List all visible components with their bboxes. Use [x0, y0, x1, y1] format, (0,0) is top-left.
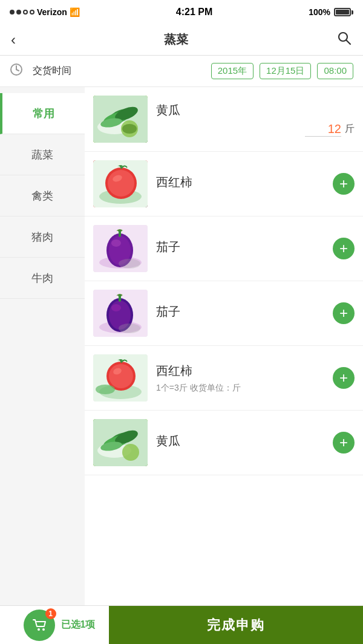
- bottom-bar: 1 已选1项 完成申购: [0, 605, 363, 644]
- clock-icon: [10, 63, 23, 79]
- delivery-date[interactable]: 12月15日: [260, 63, 311, 79]
- delivery-year[interactable]: 2015年: [211, 63, 253, 79]
- dot1: [10, 10, 15, 15]
- status-time: 4:21 PM: [176, 7, 212, 18]
- product-name-4: 茄子: [156, 304, 324, 320]
- product-info-1: 黄瓜 斤: [156, 102, 355, 137]
- product-image-3: [93, 225, 148, 272]
- sidebar-label-1: 蔬菜: [31, 148, 53, 162]
- dot2: [16, 10, 21, 15]
- status-right: 100%: [309, 7, 353, 17]
- product-item-6: 黄瓜 +: [85, 411, 363, 475]
- svg-point-16: [108, 170, 134, 197]
- svg-point-29: [111, 304, 121, 311]
- sidebar-label-4: 牛肉: [31, 271, 53, 285]
- svg-rect-23: [119, 230, 121, 237]
- product-item-5: 西红柿 1个=3斤 收货单位：斤 +: [85, 346, 363, 411]
- cart-icon-button[interactable]: 1: [24, 610, 55, 641]
- product-info-4: 茄子: [156, 304, 324, 324]
- back-button[interactable]: ‹: [11, 31, 16, 48]
- sidebar-item-0[interactable]: 常用: [0, 93, 85, 134]
- product-image-4: [93, 290, 148, 337]
- product-item-3: 茄子 +: [85, 216, 363, 281]
- svg-point-22: [111, 239, 121, 247]
- qty-input-1[interactable]: [305, 122, 341, 137]
- svg-point-31: [119, 324, 140, 333]
- product-name-1: 黄瓜: [156, 102, 355, 119]
- product-list: 黄瓜 斤 西红柿: [85, 87, 363, 608]
- search-button[interactable]: [336, 30, 352, 50]
- product-item-1: 黄瓜 斤: [85, 87, 363, 152]
- checkout-button[interactable]: 完成申购: [109, 606, 363, 644]
- battery-label: 100%: [309, 7, 330, 17]
- product-item-4: 茄子 +: [85, 281, 363, 346]
- selected-label: 已选: [61, 619, 80, 629]
- add-button-4[interactable]: +: [333, 302, 355, 324]
- status-left: Verizon 📶: [10, 7, 80, 17]
- status-bar: Verizon 📶 4:21 PM 100%: [0, 0, 363, 24]
- add-button-5[interactable]: +: [333, 367, 355, 389]
- wifi-icon: 📶: [70, 7, 80, 17]
- qty-unit-1: 斤: [345, 123, 355, 135]
- product-image-2: [93, 160, 148, 207]
- delivery-label: 交货时间: [33, 65, 201, 77]
- svg-rect-30: [119, 294, 121, 302]
- product-image-5: [93, 354, 148, 402]
- carrier-label: Verizon: [37, 7, 67, 17]
- product-sub-5: 1个=3斤 收货单位：斤: [156, 383, 324, 394]
- sidebar-item-2[interactable]: 禽类: [0, 175, 85, 216]
- svg-line-1: [347, 40, 351, 44]
- signal-dots: [10, 10, 34, 15]
- sidebar-label-3: 猪肉: [31, 230, 53, 244]
- svg-line-4: [16, 70, 19, 71]
- sidebar-item-3[interactable]: 猪肉: [0, 216, 85, 258]
- sidebar-label-2: 禽类: [31, 189, 53, 203]
- product-info-2: 西红柿: [156, 174, 324, 194]
- svg-point-12: [122, 124, 137, 134]
- selected-unit: 项: [85, 619, 95, 629]
- svg-point-46: [42, 628, 45, 631]
- add-button-2[interactable]: +: [333, 173, 355, 195]
- sidebar: 常用 蔬菜 禽类 猪肉 牛肉: [0, 87, 85, 608]
- product-qty-row-1: 斤: [156, 122, 355, 137]
- delivery-tags: 2015年 12月15日 08:00: [211, 63, 353, 79]
- product-image-6: [93, 419, 148, 466]
- cart-section: 1 已选1项: [0, 610, 109, 641]
- product-name-5: 西红柿: [156, 363, 324, 379]
- svg-point-44: [122, 444, 139, 461]
- product-info-5: 西红柿 1个=3斤 收货单位：斤: [156, 363, 324, 394]
- svg-point-45: [38, 628, 40, 631]
- delivery-time[interactable]: 08:00: [317, 63, 353, 79]
- dot3: [23, 10, 28, 15]
- product-item-2: 西红柿 +: [85, 152, 363, 216]
- product-name-3: 茄子: [156, 239, 324, 255]
- main-layout: 常用 蔬菜 禽类 猪肉 牛肉: [0, 87, 363, 608]
- product-name-6: 黄瓜: [156, 433, 324, 449]
- product-image-1: [93, 96, 148, 143]
- battery-icon: [334, 8, 353, 16]
- delivery-bar: 交货时间 2015年 12月15日 08:00: [0, 56, 363, 87]
- sidebar-item-4[interactable]: 牛肉: [0, 258, 85, 299]
- cart-badge: 1: [45, 608, 56, 619]
- product-info-3: 茄子: [156, 239, 324, 259]
- svg-point-35: [109, 364, 133, 388]
- svg-point-37: [96, 385, 115, 394]
- page-title: 蒸菜: [164, 31, 188, 48]
- sidebar-label-0: 常用: [33, 106, 54, 121]
- sidebar-item-1[interactable]: 蔬菜: [0, 134, 85, 175]
- dot4: [30, 10, 34, 15]
- svg-point-24: [119, 259, 140, 268]
- cart-label: 已选1项: [61, 619, 96, 631]
- product-name-2: 西红柿: [156, 174, 324, 190]
- product-info-6: 黄瓜: [156, 433, 324, 453]
- add-button-6[interactable]: +: [333, 432, 355, 454]
- nav-bar: ‹ 蒸菜: [0, 24, 363, 56]
- add-button-3[interactable]: +: [333, 238, 355, 259]
